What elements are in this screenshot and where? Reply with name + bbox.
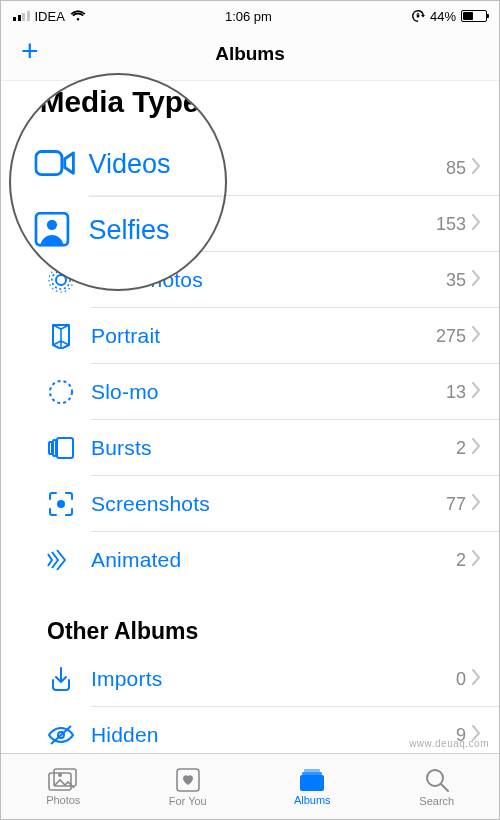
row-count: 85 — [446, 158, 472, 179]
row-count: 275 — [436, 326, 472, 347]
section-header-other-albums: Other Albums — [1, 588, 499, 651]
svg-rect-8 — [57, 438, 73, 458]
selfie-icon — [34, 212, 88, 247]
svg-point-11 — [57, 500, 65, 508]
svg-rect-21 — [300, 775, 324, 791]
svg-rect-14 — [36, 152, 62, 175]
photos-icon — [48, 768, 78, 792]
chevron-right-icon — [472, 669, 481, 689]
mag-row-selfies: Selfies — [9, 197, 227, 262]
tab-photos[interactable]: Photos — [1, 754, 126, 819]
watermark: www.deuaq.com — [409, 738, 489, 749]
status-bar: IDEA 1:06 pm 44% — [1, 1, 499, 27]
media-row-slomo[interactable]: Slo-mo 13 — [1, 364, 499, 420]
row-count: 35 — [446, 270, 472, 291]
tab-label: Albums — [294, 794, 331, 806]
wifi-icon — [70, 10, 86, 22]
svg-rect-0 — [417, 15, 420, 17]
albums-icon — [297, 768, 327, 792]
signal-bars-icon — [13, 11, 30, 21]
media-row-animated[interactable]: Animated 2 — [1, 532, 499, 588]
row-count: 153 — [436, 214, 472, 235]
row-label: Slo-mo — [91, 380, 446, 404]
svg-rect-23 — [304, 769, 320, 772]
screenshot-icon — [1, 491, 91, 517]
mag-row-videos: Videos — [9, 131, 227, 196]
chevron-right-icon — [472, 550, 481, 570]
row-count: 0 — [456, 669, 472, 690]
chevron-right-icon — [472, 494, 481, 514]
mag-label: Videos — [88, 148, 170, 179]
row-label: Hidden — [91, 723, 456, 747]
chevron-right-icon — [472, 438, 481, 458]
media-row-screenshots[interactable]: Screenshots 77 — [1, 476, 499, 532]
svg-rect-9 — [53, 440, 56, 456]
svg-rect-22 — [302, 772, 322, 775]
magnifier-overlay: Media Types Videos Selfies — [9, 73, 227, 291]
chevron-right-icon — [472, 326, 481, 346]
media-row-portrait[interactable]: Portrait 275 — [1, 308, 499, 364]
clock-label: 1:06 pm — [225, 9, 272, 24]
foryou-icon — [175, 767, 201, 793]
svg-point-16 — [47, 220, 57, 230]
carrier-label: IDEA — [35, 9, 65, 24]
mag-label: Selfies — [88, 214, 169, 245]
chevron-right-icon — [472, 158, 481, 178]
tab-bar: Photos For You Albums Search — [1, 753, 499, 819]
tab-albums[interactable]: Albums — [250, 754, 375, 819]
tab-label: For You — [169, 795, 207, 807]
rotation-lock-icon — [411, 9, 425, 23]
portrait-icon — [1, 323, 91, 349]
nav-title: Albums — [215, 43, 285, 65]
imports-icon — [1, 666, 91, 692]
screen: IDEA 1:06 pm 44% + Albums Media Types — [0, 0, 500, 820]
other-row-imports[interactable]: Imports 0 — [1, 651, 499, 707]
nav-bar: + Albums — [1, 27, 499, 81]
add-button[interactable]: + — [21, 41, 39, 61]
battery-icon — [461, 10, 487, 22]
row-label: Screenshots — [91, 492, 446, 516]
search-icon — [424, 767, 450, 793]
tab-for-you[interactable]: For You — [126, 754, 251, 819]
svg-point-19 — [58, 773, 62, 777]
row-label: Animated — [91, 548, 456, 572]
hidden-icon — [1, 724, 91, 746]
svg-line-25 — [441, 784, 448, 791]
media-row-bursts[interactable]: Bursts 2 — [1, 420, 499, 476]
chevron-right-icon — [472, 270, 481, 290]
row-label: Portrait — [91, 324, 436, 348]
battery-pct-label: 44% — [430, 9, 456, 24]
bursts-icon — [1, 436, 91, 460]
row-count: 2 — [456, 550, 472, 571]
row-label: Imports — [91, 667, 456, 691]
animated-icon — [1, 548, 91, 572]
row-count: 13 — [446, 382, 472, 403]
tab-label: Photos — [46, 794, 80, 806]
row-count: 2 — [456, 438, 472, 459]
row-label: Bursts — [91, 436, 456, 460]
tab-label: Search — [419, 795, 454, 807]
svg-point-7 — [50, 381, 72, 403]
chevron-right-icon — [472, 382, 481, 402]
row-count: 77 — [446, 494, 472, 515]
slomo-icon — [1, 379, 91, 405]
video-icon — [34, 148, 88, 178]
tab-search[interactable]: Search — [375, 754, 500, 819]
chevron-right-icon — [472, 214, 481, 234]
svg-rect-10 — [49, 442, 52, 454]
